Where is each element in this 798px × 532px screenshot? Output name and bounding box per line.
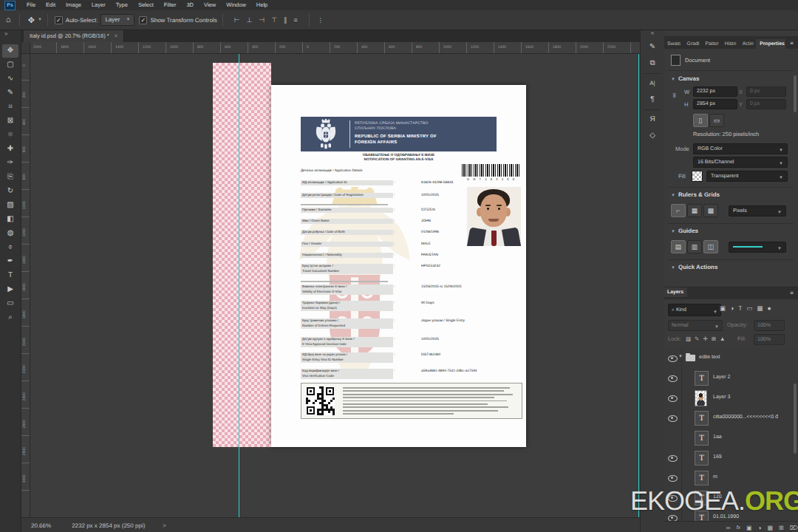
dodge-tool[interactable]: ⌽ — [2, 241, 18, 254]
visibility-eye-icon[interactable] — [668, 475, 678, 482]
adjustment-layer-icon[interactable]: ◑ — [758, 525, 762, 531]
document-tab[interactable]: Italy id.psd @ 20.7% (RGB/16) * × — [24, 30, 124, 42]
lock-transparency-icon[interactable]: ▨ — [686, 335, 691, 342]
layer-effects-icon[interactable]: fx — [737, 525, 740, 531]
layer-visibility-cell[interactable] — [664, 448, 682, 468]
filter-type-layers-icon[interactable]: T — [738, 304, 742, 313]
healing-brush-tool[interactable]: ✚ — [2, 143, 18, 156]
y-input[interactable]: 0 px — [746, 99, 786, 109]
move-tool[interactable]: ✥ — [2, 44, 18, 58]
visibility-eye-icon[interactable] — [668, 375, 678, 382]
rulers-grids-header[interactable]: ▼Rulers & Grids — [671, 191, 798, 198]
panel-tab-gradi[interactable]: Gradi — [683, 39, 702, 49]
brush-tool[interactable]: ✑ — [2, 157, 18, 170]
toolbar-collapse-icon[interactable]: » — [4, 30, 7, 37]
status-chevron-icon[interactable]: > — [163, 522, 166, 529]
menu-item-file[interactable]: File — [21, 0, 41, 10]
panel-tab-swatc[interactable]: Swatc — [664, 39, 683, 49]
properties-scrollbar[interactable] — [794, 75, 797, 112]
x-input[interactable]: 0 px — [746, 86, 786, 97]
layer-thumbnail-text[interactable]: T — [695, 471, 709, 485]
expand-panels-icon[interactable]: « — [641, 30, 664, 38]
guide-color-dropdown[interactable]: ▼ — [729, 242, 786, 253]
layer-visibility-cell[interactable] — [664, 468, 682, 488]
group-caret-icon[interactable]: ▼ — [678, 355, 683, 359]
ruler-units-dropdown[interactable]: Pixels▼ — [729, 205, 786, 216]
filter-shape-layers-icon[interactable]: ▭ — [746, 304, 752, 313]
eyedropper-tool[interactable]: ⌾ — [2, 129, 18, 142]
guides-header[interactable]: ▼Guides — [671, 228, 798, 234]
menu-item-type[interactable]: Type — [111, 0, 133, 10]
fill-dropdown[interactable]: Transparent▼ — [706, 171, 788, 182]
crop-tool[interactable]: ⌗ — [2, 100, 18, 114]
layer-visibility-cell[interactable] — [664, 408, 682, 428]
filter-adjustment-layers-icon[interactable]: ◑ — [730, 304, 734, 313]
link-layers-icon[interactable]: ∞ — [726, 525, 731, 531]
layer-thumbnail-text[interactable]: T — [695, 451, 709, 466]
lock-guides-button[interactable]: ▥ — [687, 240, 702, 253]
lock-artboard-icon[interactable]: ⊞ — [712, 335, 716, 342]
menu-item-help[interactable]: Help — [251, 0, 273, 10]
chevron-down-icon[interactable]: ▼ — [38, 18, 42, 22]
clone-source-icon[interactable]: ⧉ — [644, 56, 661, 71]
history-brush-tool[interactable]: ↻ — [2, 185, 18, 198]
layer-visibility-cell[interactable] — [664, 388, 682, 408]
paragraph-panel-icon[interactable]: ¶ — [644, 92, 661, 107]
layer-thumbnail-text[interactable]: T — [695, 371, 709, 386]
type-tool[interactable]: T — [2, 269, 18, 282]
layer-row[interactable]: Layer 3 — [664, 388, 798, 409]
canvas-section-header[interactable]: ▼Canvas — [671, 75, 798, 82]
panel-tab-histo[interactable]: Histo — [721, 39, 739, 49]
menu-item-filter[interactable]: Filter — [159, 0, 182, 10]
menu-item-3d[interactable]: 3D — [181, 0, 199, 10]
zoom-tool[interactable]: ⌕ — [2, 311, 18, 324]
new-layer-icon[interactable]: ⊞ — [779, 525, 784, 531]
auto-select-checkbox[interactable]: ✓ — [55, 16, 63, 24]
guide-vertical-right[interactable] — [638, 53, 639, 517]
layer-row[interactable]: TLayer 2 — [664, 368, 798, 389]
link-dimensions-icon[interactable]: ∞ — [671, 93, 678, 98]
align-top-icon[interactable]: ⊤ — [271, 16, 277, 24]
layer-thumbnail-image[interactable] — [695, 390, 707, 406]
height-input[interactable]: 2854 px — [693, 99, 737, 109]
panel-tab-properties[interactable]: Properties — [756, 39, 785, 49]
move-tool-icon[interactable]: ✥ — [28, 16, 35, 25]
close-tab-icon[interactable]: × — [115, 33, 118, 39]
menu-item-edit[interactable]: Edit — [41, 0, 61, 10]
clear-guides-button[interactable]: ◫ — [703, 240, 718, 253]
blend-mode-dropdown[interactable]: Normal ▼ — [668, 320, 723, 331]
fill-input[interactable]: 100% — [754, 334, 785, 345]
layers-tab[interactable]: Layers — [664, 287, 687, 297]
layer-thumbnail-text[interactable]: T — [695, 431, 709, 446]
quick-actions-header[interactable]: ▼Quick Actions — [671, 264, 798, 270]
delete-layer-icon[interactable]: ⌦ — [790, 525, 798, 531]
zoom-level[interactable]: 20.66% — [31, 522, 51, 529]
layers-scrollbar[interactable] — [794, 383, 797, 454]
width-input[interactable]: 2232 px — [693, 86, 737, 97]
panel-tab-actio[interactable]: Actio — [739, 39, 757, 49]
layer-row[interactable]: Tcilta0000000...<<<<<<<<0 đ — [664, 408, 798, 429]
color-mode-dropdown[interactable]: RGB Color▼ — [693, 143, 788, 154]
menu-item-layer[interactable]: Layer — [86, 0, 111, 10]
filter-smart-objects-icon[interactable]: ▦ — [757, 304, 763, 313]
layer-thumbnail-text[interactable]: T — [695, 411, 709, 426]
toggle-rulers-button[interactable]: ⌐ — [671, 204, 686, 217]
toggle-pixel-grid-button[interactable]: ▩ — [703, 204, 718, 217]
layer-row[interactable]: T1aa — [664, 428, 798, 449]
guide-vertical-left[interactable] — [239, 53, 239, 517]
more-options-icon[interactable]: ⋮ — [318, 17, 324, 24]
filter-pixel-layers-icon[interactable]: ▣ — [720, 304, 726, 313]
orientation-portrait-button[interactable]: ▯ — [693, 114, 708, 127]
auto-select-target-dropdown[interactable]: Layer ▼ — [100, 14, 134, 26]
visibility-eye-icon[interactable] — [668, 355, 678, 362]
path-selection-tool[interactable]: ▶ — [2, 283, 18, 296]
lock-all-icon[interactable]: ▲ — [720, 335, 725, 342]
clone-stamp-tool[interactable]: ⎘ — [2, 171, 18, 184]
lock-position-icon[interactable]: ✛ — [703, 335, 707, 342]
glyphs-panel-icon[interactable]: Я — [644, 112, 661, 127]
layer-visibility-cell[interactable] — [664, 368, 682, 388]
gradient-tool[interactable]: ◧ — [2, 213, 18, 226]
align-center-icon[interactable]: ⊥ — [246, 16, 252, 24]
align-right-icon[interactable]: ⊣ — [259, 16, 265, 24]
panel-tab-patter[interactable]: Patter — [702, 39, 721, 49]
